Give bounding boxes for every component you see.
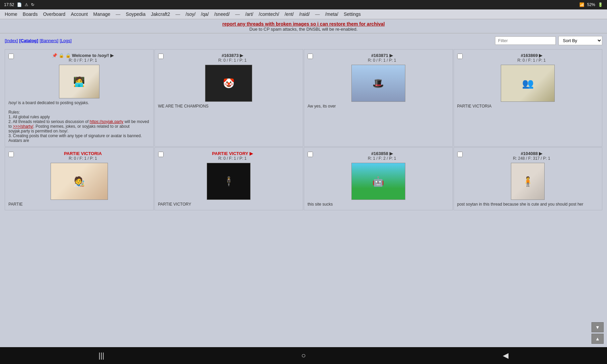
nav-home[interactable]: Home xyxy=(5,11,17,17)
thread-text: PARTIE xyxy=(8,202,150,207)
sharty-link[interactable]: >>>/sharty/ xyxy=(13,124,33,129)
thread-image: 🧍 xyxy=(511,163,545,200)
soyjak-party-link[interactable]: https://soyjak.party xyxy=(90,119,123,124)
battery-display: 52% xyxy=(587,2,595,7)
thread-title: #163873 ▶ xyxy=(166,53,300,58)
arrow-icon: ▶ xyxy=(110,53,114,58)
thread-title: #163869 ▶ xyxy=(465,53,599,58)
thread-checkbox[interactable] xyxy=(8,54,14,59)
sort-select[interactable]: Sort By xyxy=(558,36,602,45)
thread-card[interactable]: #163869 ▶ R: 0 / F: 1 / P: 1 👥 PARTIE VI… xyxy=(454,49,603,147)
nav-account[interactable]: Account xyxy=(71,11,88,17)
thread-text: PARTIE VICTORIA xyxy=(457,104,599,109)
index-link[interactable]: [Index] xyxy=(5,38,18,43)
thread-title: #163871 ▶ xyxy=(315,53,449,58)
thread-image: 🕴 xyxy=(207,163,251,200)
nav-settings[interactable]: Settings xyxy=(344,11,361,17)
announcement: report any threads with broken images so… xyxy=(0,19,607,33)
android-home-button[interactable]: ○ xyxy=(288,348,319,363)
thread-stats: R: 0 / F: 1 / P: 1 xyxy=(315,58,449,63)
thread-title: 📌 🔒 🔒 Welcome to /soy/! ▶ xyxy=(16,53,150,58)
thread-card[interactable]: #104088 ▶ R: 248 / F: 317 / P: 1 🧍 post … xyxy=(454,147,603,210)
scroll-down-button[interactable]: ▼ xyxy=(591,322,604,332)
thread-image: 👥 xyxy=(501,65,555,102)
thread-checkbox[interactable] xyxy=(457,152,463,157)
nav-sep-1: — xyxy=(116,11,120,17)
thread-image: 🤖 xyxy=(351,163,405,200)
nav-soypedia[interactable]: Soypedia xyxy=(126,11,145,17)
thread-checkbox[interactable] xyxy=(8,152,14,157)
nav-sep-3: — xyxy=(235,11,240,17)
scroll-buttons: ▼ ▲ xyxy=(591,322,604,344)
thread-text: Aw yes, its over xyxy=(308,104,449,109)
status-bar: 17:52 📄 ⚠ ↻ 📶 52% 🔋 xyxy=(0,0,607,9)
nav-art[interactable]: /art/ xyxy=(245,11,253,17)
thread-stats: R: 0 / F: 1 / P: 1 xyxy=(166,156,300,161)
nav-soy[interactable]: /soy/ xyxy=(185,11,196,17)
thread-header: #163858 ▶ R: 1 / F: 2 / P: 1 xyxy=(308,151,449,161)
thread-card[interactable]: PARTIE VICTORY ▶ R: 0 / F: 1 / P: 1 🕴 PA… xyxy=(154,147,304,210)
thread-text: post soytan in this thread because she i… xyxy=(457,202,599,207)
file-icon: 📄 xyxy=(17,2,22,7)
thread-image: 🤡 xyxy=(205,65,252,102)
android-menu-button[interactable]: ||| xyxy=(85,348,118,363)
thread-checkbox[interactable] xyxy=(308,54,313,59)
thread-checkbox[interactable] xyxy=(158,152,164,157)
thread-title: #163858 ▶ xyxy=(315,151,449,156)
nav-meta[interactable]: /meta/ xyxy=(325,11,338,17)
nav-manage[interactable]: Manage xyxy=(93,11,110,17)
thread-image: 🧑‍💻 xyxy=(59,65,99,98)
thread-header: PARTIE VICTORY ▶ R: 0 / F: 1 / P: 1 xyxy=(158,151,300,161)
scroll-up-button[interactable]: ▲ xyxy=(591,334,604,344)
filter-input[interactable] xyxy=(495,36,556,45)
nav-sep-4: — xyxy=(315,11,320,17)
toolbar-left: [Index] [Catalog] [Banners] [Logs] xyxy=(5,38,71,43)
thread-header: 📌 🔒 🔒 Welcome to /soy/! ▶ R: 0 / F: 1 / … xyxy=(8,53,150,63)
arrow-icon: ▶ xyxy=(539,53,542,58)
thread-checkbox[interactable] xyxy=(308,152,313,157)
thread-title: PARTIE VICTORIA xyxy=(16,151,150,156)
time-display: 17:52 xyxy=(4,2,14,7)
thread-text: this site sucks xyxy=(308,202,449,207)
thread-checkbox[interactable] xyxy=(457,54,463,59)
status-bar-left: 17:52 📄 ⚠ ↻ xyxy=(4,2,34,7)
thread-card[interactable]: #163871 ▶ R: 0 / F: 1 / P: 1 🎩 Aw yes, i… xyxy=(304,49,453,147)
android-navbar: ||| ○ ◀ xyxy=(0,347,607,364)
thread-card[interactable]: #163873 ▶ R: 0 / F: 1 / P: 1 🤡 WE ARE TH… xyxy=(154,49,304,147)
arrow-icon: ▶ xyxy=(389,151,393,156)
android-back-button[interactable]: ◀ xyxy=(489,348,522,363)
nav-boards[interactable]: Boards xyxy=(23,11,37,17)
thread-title-area: 📌 🔒 🔒 Welcome to /soy/! ▶ R: 0 / F: 1 / … xyxy=(16,53,150,63)
thread-text: WE ARE THE CHAMPIONS xyxy=(158,104,300,109)
nav-comtech[interactable]: /comtech/ xyxy=(259,11,279,17)
thread-card[interactable]: 📌 🔒 🔒 Welcome to /soy/! ▶ R: 0 / F: 1 / … xyxy=(5,49,154,147)
thread-stats: R: 0 / F: 1 / P: 1 xyxy=(465,58,599,63)
thread-card[interactable]: #163858 ▶ R: 1 / F: 2 / P: 1 🤖 this site… xyxy=(304,147,453,210)
nav-sneed[interactable]: /sneed/ xyxy=(214,11,230,17)
navbar: Home Boards Overboard Account Manage — S… xyxy=(0,9,607,19)
thread-card[interactable]: PARTIE VICTORIA R: 0 / F: 1 / P: 1 🧑‍🎨 P… xyxy=(5,147,154,210)
thread-title: #104088 ▶ xyxy=(465,151,599,156)
thread-title: PARTIE VICTORY ▶ xyxy=(166,151,300,156)
nav-ent[interactable]: /ent/ xyxy=(285,11,294,17)
thread-checkbox[interactable] xyxy=(158,54,164,59)
announcement-main-link[interactable]: report any threads with broken images so… xyxy=(222,21,385,27)
arrow-icon: ▶ xyxy=(539,151,542,156)
announcement-sub: Due to CP spam attacks, the DNSBL will b… xyxy=(250,27,358,32)
thread-stats: R: 1 / F: 2 / P: 1 xyxy=(315,156,449,161)
catalog-link[interactable]: [Catalog] xyxy=(19,38,38,43)
status-bar-right: 📶 52% 🔋 xyxy=(579,2,603,7)
nav-jakcraft2[interactable]: Jakcraft2 xyxy=(151,11,170,17)
lock-icon: 🔒 xyxy=(59,53,64,58)
thread-header: #163869 ▶ R: 0 / F: 1 / P: 1 xyxy=(457,53,599,63)
toolbar: [Index] [Catalog] [Banners] [Logs] Sort … xyxy=(0,33,607,48)
toolbar-right: Sort By xyxy=(495,36,602,45)
nav-qa[interactable]: /qa/ xyxy=(201,11,209,17)
logs-link[interactable]: [Logs] xyxy=(60,38,71,43)
banners-link[interactable]: [Banners] xyxy=(39,38,58,43)
thread-title-area: #163858 ▶ R: 1 / F: 2 / P: 1 xyxy=(315,151,449,161)
thread-text: /soy/ is a board dedicated to posting so… xyxy=(8,100,150,143)
nav-raid[interactable]: /raid/ xyxy=(299,11,310,17)
thread-header: #163871 ▶ R: 0 / F: 1 / P: 1 xyxy=(308,53,449,63)
nav-overboard[interactable]: Overboard xyxy=(43,11,65,17)
